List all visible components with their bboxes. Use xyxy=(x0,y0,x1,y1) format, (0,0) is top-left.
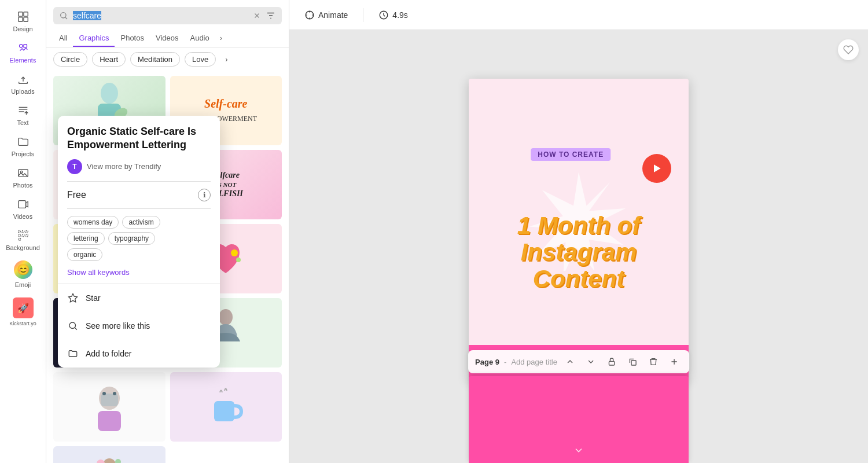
page-number: Page 9 xyxy=(475,358,499,366)
grid-item-9[interactable] xyxy=(53,372,165,442)
filter-chip-circle[interactable]: Circle xyxy=(53,52,87,67)
page-separator: - xyxy=(504,358,506,366)
info-icon[interactable]: ℹ xyxy=(198,189,211,201)
popup-author: T View more by Trendify xyxy=(67,159,211,174)
svg-rect-35 xyxy=(631,361,636,365)
popup-action-add-folder[interactable]: Add to folder xyxy=(58,340,220,368)
search-bar-area xyxy=(46,0,289,24)
animate-label: Animate xyxy=(318,10,348,20)
popup-header: Organic Static Self-care Is Empowerment … xyxy=(58,116,220,182)
svg-point-9 xyxy=(61,13,66,18)
add-page-title[interactable]: Add page title xyxy=(511,358,557,366)
tab-videos[interactable]: Videos xyxy=(150,30,185,47)
tags-row-3: organic xyxy=(67,248,211,261)
lock-button[interactable] xyxy=(604,354,620,370)
tab-photos[interactable]: Photos xyxy=(115,30,149,47)
sidebar-item-emoji[interactable]: 😊 Emoji xyxy=(0,256,46,293)
tab-graphics[interactable]: Graphics xyxy=(73,30,115,47)
filter-chip-love[interactable]: Love xyxy=(185,52,216,67)
sidebar-item-uploads[interactable]: Uploads xyxy=(0,68,46,100)
tag-lettering[interactable]: lettering xyxy=(67,232,105,245)
page-down-button[interactable] xyxy=(583,354,599,370)
tag-activism[interactable]: activism xyxy=(122,216,160,229)
filter-chips-more-icon[interactable]: › xyxy=(220,52,232,67)
svg-point-17 xyxy=(219,309,233,325)
sidebar-item-text[interactable]: Text xyxy=(0,100,46,131)
grid-item-10[interactable] xyxy=(170,372,282,442)
trash-icon xyxy=(649,357,658,366)
sidebar-design-label: Design xyxy=(13,25,32,32)
popup-action-see-more[interactable]: See more like this xyxy=(58,312,220,340)
animate-icon xyxy=(304,10,315,20)
star-label: Star xyxy=(86,293,101,303)
tags-row-2: lettering typography xyxy=(67,232,211,245)
sidebar-item-background[interactable]: Background xyxy=(0,225,46,256)
page-up-button[interactable] xyxy=(562,354,578,370)
tag-womens-day[interactable]: womens day xyxy=(67,216,119,229)
duplicate-icon xyxy=(628,357,637,366)
emoji-icon: 😊 xyxy=(14,260,32,279)
canvas-area: Animate 4.9s HOW TO CREA xyxy=(289,0,868,463)
delete-button[interactable] xyxy=(645,354,661,370)
duration-button[interactable]: 4.9s xyxy=(373,6,413,24)
svg-point-26 xyxy=(97,460,105,463)
sidebar-text-label: Text xyxy=(17,119,28,126)
tag-organic[interactable]: organic xyxy=(67,248,102,261)
play-button[interactable] xyxy=(642,154,671,183)
sidebar-item-kickstart[interactable]: 🚀 Kickstart.yo xyxy=(0,293,46,331)
add-folder-label: Add to folder xyxy=(86,349,131,358)
grid-item-11[interactable] xyxy=(53,446,165,463)
tab-more-icon[interactable]: › xyxy=(215,30,227,47)
heading-line1: 1 Month of xyxy=(517,212,640,239)
lock-icon xyxy=(607,357,616,366)
sidebar: Design Elements Uploads Text Projects xyxy=(0,0,46,463)
add-folder-icon xyxy=(67,348,79,359)
popup-title: Organic Static Self-care Is Empowerment … xyxy=(67,125,211,152)
tab-audio[interactable]: Audio xyxy=(184,30,215,47)
chevron-down-icon xyxy=(586,357,595,366)
filter-chip-heart[interactable]: Heart xyxy=(92,52,126,67)
svg-point-21 xyxy=(113,392,116,395)
person-face-mask xyxy=(53,372,165,442)
svg-point-20 xyxy=(102,392,106,395)
search-input[interactable] xyxy=(73,11,248,20)
tag-typography[interactable]: typography xyxy=(108,232,155,245)
coffee-mug xyxy=(170,372,282,442)
sidebar-item-projects[interactable]: Projects xyxy=(0,131,46,162)
svg-point-15 xyxy=(231,249,238,256)
author-link[interactable]: View more by Trendify xyxy=(87,162,161,171)
favorite-button[interactable] xyxy=(838,39,859,60)
next-page-preview[interactable] xyxy=(469,376,689,463)
animate-button[interactable]: Animate xyxy=(299,6,354,24)
duration-label: 4.9s xyxy=(392,10,407,20)
duplicate-button[interactable] xyxy=(624,354,641,370)
how-to-badge: HOW TO CREATE xyxy=(531,148,610,161)
popup-scroll: Organic Static Self-care Is Empowerment … xyxy=(58,116,220,368)
play-icon xyxy=(651,163,663,174)
svg-rect-8 xyxy=(18,201,25,208)
scroll-down-hint xyxy=(573,444,584,458)
sidebar-item-photos[interactable]: Photos xyxy=(0,162,46,193)
sidebar-item-videos[interactable]: Videos xyxy=(0,193,46,225)
filter-icon[interactable] xyxy=(266,10,276,21)
show-keywords-link[interactable]: Show all keywords xyxy=(67,264,130,284)
svg-point-4 xyxy=(19,45,23,48)
sidebar-item-design[interactable]: Design xyxy=(0,6,46,37)
tab-all[interactable]: All xyxy=(53,30,73,47)
svg-rect-5 xyxy=(23,45,26,48)
filter-chip-meditation[interactable]: Meditation xyxy=(130,52,180,67)
heading-line3: Content xyxy=(533,265,625,292)
svg-point-16 xyxy=(236,258,241,262)
canvas-card[interactable]: HOW TO CREATE 1 Month of Instagram Conte… xyxy=(469,79,689,380)
filter-chips: Circle Heart Meditation Love › xyxy=(46,47,289,71)
add-page-button[interactable] xyxy=(666,354,682,370)
clear-search-icon[interactable] xyxy=(253,12,261,20)
svg-point-10 xyxy=(101,83,118,104)
canvas-toolbar: Animate 4.9s xyxy=(289,0,868,30)
clock-icon xyxy=(378,10,389,20)
chevron-up-icon xyxy=(565,357,575,366)
sidebar-projects-label: Projects xyxy=(12,150,35,157)
category-tabs: All Graphics Photos Videos Audio › xyxy=(46,24,289,47)
popup-action-star[interactable]: Star xyxy=(58,284,220,312)
sidebar-item-elements[interactable]: Elements xyxy=(0,37,46,68)
